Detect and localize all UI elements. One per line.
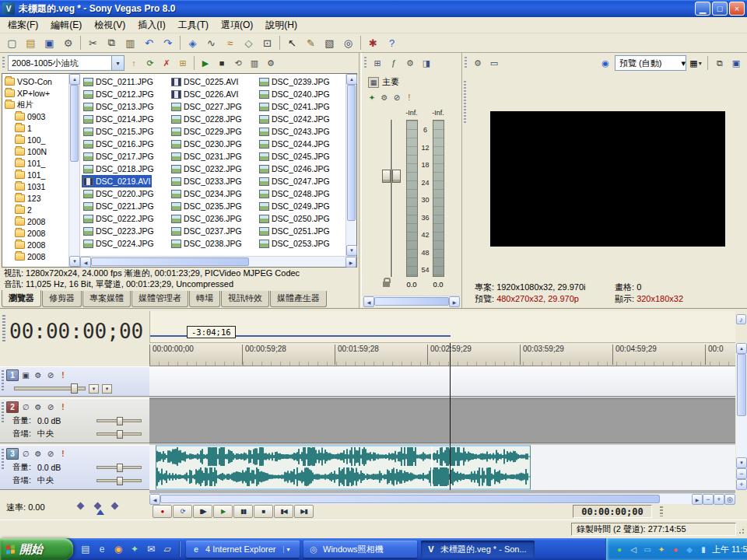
refresh-icon[interactable]: ⟳ [142, 56, 158, 71]
audio-track-row-2[interactable] [149, 398, 735, 443]
timeline-vertical-scrollbar[interactable]: ▲ ▼ − + [736, 343, 747, 490]
timeline-vscroll-thumb[interactable] [737, 354, 746, 416]
save-snapshot-icon[interactable]: ▣ [728, 56, 744, 71]
cut-icon[interactable]: ✂ [84, 35, 102, 51]
media-player-icon[interactable]: ◉ [112, 543, 124, 555]
file-item[interactable]: DSC_0216.JPG [82, 138, 156, 150]
tray-network-icon[interactable]: ▮ [698, 544, 709, 555]
file-item[interactable]: DSC_0240.JPG [258, 88, 331, 100]
taskbar-clock[interactable]: 上午 11:59 [712, 544, 747, 555]
scroll-down-icon[interactable]: ▼ [346, 245, 357, 256]
file-item[interactable]: DSC_0211.JPG [82, 75, 155, 88]
go-to-end-button[interactable]: ▶▮ [294, 505, 314, 518]
tree-scroll-thumb[interactable] [70, 85, 79, 162]
phase-icon[interactable]: ∅ [20, 449, 31, 460]
file-item[interactable]: DSC_0237.JPG [170, 225, 244, 237]
tree-item[interactable]: 2008 [2, 227, 68, 239]
file-item[interactable]: DSC_0244.JPG [258, 138, 331, 150]
fader-lock-icon[interactable] [383, 282, 390, 287]
downmix-output-icon[interactable]: ◨ [419, 56, 434, 71]
menu-help[interactable]: 說明(H) [259, 16, 303, 34]
tree-item[interactable]: 2 [2, 204, 68, 215]
scroll-right-icon[interactable]: ▶ [449, 296, 460, 307]
zoom-in-track-button[interactable]: + [736, 479, 747, 490]
scroll-left-icon[interactable]: ◀ [149, 494, 160, 505]
file-item[interactable]: DSC_0217.JPG [82, 150, 156, 163]
up-one-level-icon[interactable]: ↑ [126, 56, 142, 71]
file-item[interactable]: DSC_0224.JPG [82, 237, 156, 250]
file-item[interactable]: DSC_0229.JPG [170, 125, 244, 138]
file-item[interactable]: DSC_0232.JPG [170, 163, 244, 175]
paste-icon[interactable]: ▥ [121, 35, 139, 51]
tree-item[interactable]: 100_ [2, 134, 68, 145]
file-item[interactable]: DSC_0246.JPG [258, 163, 331, 175]
file-item[interactable]: DSC_0221.JPG [82, 200, 156, 212]
file-item[interactable]: DSC_0236.JPG [170, 212, 244, 225]
scroll-left-icon[interactable]: ◀ [80, 257, 91, 268]
filelist-vscroll-thumb[interactable] [347, 85, 356, 221]
file-item[interactable]: DSC_0226.AVI [170, 88, 240, 100]
track-number[interactable]: 1 [6, 369, 19, 381]
tray-messenger-icon[interactable]: ✦ [656, 544, 667, 555]
open-project-icon[interactable]: ▤ [22, 35, 40, 51]
tree-item[interactable]: 1 [2, 122, 68, 134]
messenger-quicklaunch-icon[interactable]: ✦ [128, 543, 141, 555]
file-item[interactable]: DSC_0228.JPG [170, 113, 244, 125]
play-from-start-button[interactable]: ▮▶ [193, 505, 212, 518]
time-ruler[interactable]: 00:00:00;0000:00:59;2800:01:59;2800:02:5… [149, 343, 735, 366]
file-item[interactable]: DSC_0245.JPG [258, 150, 331, 163]
file-item[interactable]: DSC_0227.JPG [170, 100, 244, 113]
preview-quality-dropdown[interactable]: 預覽 (自動) ▾ [615, 55, 686, 71]
cursor-time-display[interactable]: 00:00:00;00 [9, 320, 143, 343]
pan-slider[interactable] [96, 479, 142, 482]
tray-monitor-icon[interactable]: ● [614, 544, 625, 555]
tree-item[interactable]: 0903 [2, 110, 68, 122]
tab-trimmer[interactable]: 修剪器 [42, 291, 82, 307]
views-icon[interactable]: ▥ [247, 56, 262, 71]
tab-transitions[interactable]: 轉場 [189, 291, 220, 307]
track-motion-icon[interactable]: ▣ [20, 370, 31, 381]
pan-slider[interactable] [96, 432, 142, 436]
restore-button[interactable]: □ [712, 2, 728, 16]
media-properties-icon[interactable]: ⚙ [263, 56, 279, 71]
file-item[interactable]: DSC_0234.JPG [170, 187, 244, 200]
marker-tool-button[interactable]: ♪ [736, 314, 746, 324]
file-item[interactable]: DSC_0223.JPG [82, 225, 156, 237]
menu-view[interactable]: 檢視(V) [88, 16, 132, 34]
zoom-in-time-button[interactable]: + [714, 494, 724, 505]
marker-bar[interactable] [149, 311, 735, 343]
close-button[interactable]: × [729, 2, 745, 16]
tree-item[interactable]: 101_ [2, 169, 68, 180]
pan-slider-handle[interactable] [117, 430, 123, 439]
start-button[interactable]: 開始 [0, 538, 73, 560]
lock-envelopes-icon[interactable]: ◇ [240, 35, 258, 51]
file-item[interactable]: DSC_0248.JPG [258, 187, 331, 200]
file-item[interactable]: DSC_0247.JPG [258, 175, 331, 187]
delete-icon[interactable]: ✗ [159, 56, 174, 71]
scroll-right-icon[interactable]: ▶ [345, 257, 356, 268]
automation-mode-button[interactable]: ▾ [102, 384, 112, 394]
tree-item[interactable]: 2008 [2, 239, 68, 250]
tree-item[interactable]: 2008 [2, 250, 68, 262]
filelist-horizontal-scrollbar[interactable]: ◀ ▶ [80, 256, 356, 267]
track-fx-icon[interactable]: ⚙ [33, 370, 44, 381]
tree-item[interactable]: 123 [2, 192, 68, 204]
tree-item[interactable]: VSO-Con [2, 75, 68, 87]
master-fader-handle-right[interactable] [392, 170, 401, 183]
file-item[interactable]: DSC_0214.JPG [82, 113, 156, 125]
file-item[interactable]: DSC_0253.JPG [258, 237, 331, 250]
pause-button[interactable]: ▮▮ [233, 505, 253, 518]
file-item[interactable]: DSC_0233.JPG [170, 175, 244, 187]
resize-grip[interactable] [735, 525, 745, 535]
tree-item[interactable]: 100N [2, 145, 68, 157]
tab-video-fx[interactable]: 視訊特效 [221, 291, 269, 307]
scroll-down-icon[interactable]: ▼ [736, 457, 747, 468]
interactive-tutorials-icon[interactable]: ✱ [364, 35, 382, 51]
tree-item[interactable]: 2008 [2, 215, 68, 227]
file-item[interactable]: DSC_0235.JPG [170, 200, 244, 212]
task-internet-explorer[interactable]: e4 Internet Explorer▾ [186, 541, 300, 558]
task-vegas[interactable]: V未標題的.veg * - Son... [421, 541, 535, 558]
envelope-edit-tool-icon[interactable]: ✎ [302, 35, 320, 51]
audio-event[interactable] [156, 445, 531, 490]
new-project-icon[interactable]: ▢ [3, 35, 21, 51]
